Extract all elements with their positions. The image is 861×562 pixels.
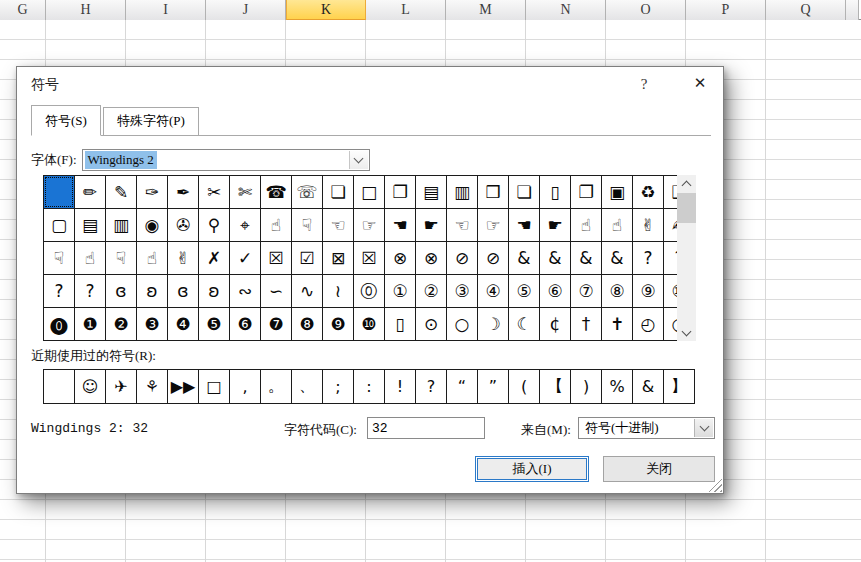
symbol-cell[interactable]: ʚ: [137, 275, 167, 307]
symbol-cell[interactable]: :: [354, 370, 384, 403]
column-header-M[interactable]: M: [446, 0, 526, 20]
symbol-cell[interactable]: ◴: [633, 308, 663, 340]
symbol-cell[interactable]: ☝: [261, 209, 291, 241]
symbol-cell[interactable]: ▯: [385, 308, 415, 340]
symbol-cell[interactable]: ❹: [168, 308, 198, 340]
symbol-cell[interactable]: ⑤: [509, 275, 539, 307]
symbol-cell[interactable]: ☞: [354, 209, 384, 241]
symbol-cell[interactable]: ☞: [478, 209, 508, 241]
symbol-cell[interactable]: ): [571, 370, 601, 403]
column-header-I[interactable]: I: [126, 0, 206, 20]
symbol-cell[interactable]: &: [509, 242, 539, 274]
symbol-cell[interactable]: ⊠: [323, 242, 353, 274]
symbol-cell[interactable]: ✗: [199, 242, 229, 274]
symbol-cell[interactable]: ◉: [137, 209, 167, 241]
symbol-cell[interactable]: ▥: [106, 209, 136, 241]
symbol-cell[interactable]: ❽: [292, 308, 322, 340]
symbol-cell[interactable]: ❸: [137, 308, 167, 340]
symbol-cell[interactable]: ⊗: [416, 242, 446, 274]
symbol-cell[interactable]: “: [447, 370, 477, 403]
column-header-G[interactable]: G: [0, 0, 46, 20]
insert-button[interactable]: 插入(I): [475, 456, 589, 482]
symbol-cell[interactable]: ⚲: [199, 209, 229, 241]
symbol-cell[interactable]: &: [602, 242, 632, 274]
symbol-cell[interactable]: ,: [230, 370, 260, 403]
close-button[interactable]: 关闭: [603, 456, 715, 482]
symbol-cell[interactable]: ☚: [385, 209, 415, 241]
help-icon[interactable]: ?: [631, 73, 657, 95]
symbol-cell[interactable]: ⑨: [633, 275, 663, 307]
symbol-cell[interactable]: ⚘: [137, 370, 167, 403]
symbol-cell[interactable]: ☽: [478, 308, 508, 340]
symbol-cell[interactable]: !: [385, 370, 415, 403]
symbol-cell[interactable]: ✝: [602, 308, 632, 340]
column-header-K[interactable]: K: [286, 0, 366, 20]
tab-symbols[interactable]: 符号(S): [31, 105, 101, 136]
symbol-cell[interactable]: ▤: [75, 209, 105, 241]
symbol-cell[interactable]: &: [540, 242, 570, 274]
symbol-cell[interactable]: ❿: [354, 308, 384, 340]
symbol-cell[interactable]: ▣: [602, 176, 632, 208]
symbol-cell[interactable]: ✂: [199, 176, 229, 208]
symbol-cell[interactable]: ✇: [168, 209, 198, 241]
symbol-cell[interactable]: ⓪: [354, 275, 384, 307]
column-header-H[interactable]: H: [46, 0, 126, 20]
symbol-cell[interactable]: ☒: [354, 242, 384, 274]
symbol-cell[interactable]: ☟: [292, 209, 322, 241]
symbol-cell[interactable]: ⊗: [385, 242, 415, 274]
symbol-cell[interactable]: ❐: [571, 176, 601, 208]
symbol-cell[interactable]: ☑: [292, 242, 322, 274]
symbol-cell[interactable]: ɞ: [168, 275, 198, 307]
symbol-cell[interactable]: ∽: [261, 275, 291, 307]
symbol-cell[interactable]: ☛: [416, 209, 446, 241]
symbol-cell[interactable]: ○: [447, 308, 477, 340]
symbol-cell[interactable]: ☛: [540, 209, 570, 241]
symbol-cell[interactable]: ☟: [44, 242, 74, 274]
column-header-O[interactable]: O: [606, 0, 686, 20]
symbol-cell[interactable]: [44, 370, 74, 403]
symbol-cell[interactable]: ?: [633, 242, 663, 274]
symbol-cell[interactable]: ☏: [292, 176, 322, 208]
symbol-cell[interactable]: 。: [261, 370, 291, 403]
symbol-cell[interactable]: ∾: [230, 275, 260, 307]
symbol-cell[interactable]: ❏: [323, 176, 353, 208]
symbol-cell[interactable]: ▥: [447, 176, 477, 208]
column-header-L[interactable]: L: [366, 0, 446, 20]
symbol-cell[interactable]: ✏: [75, 176, 105, 208]
symbol-cell[interactable]: 】: [664, 370, 694, 403]
symbol-cell[interactable]: ②: [416, 275, 446, 307]
symbol-cell[interactable]: ⊙: [416, 308, 446, 340]
symbol-cell[interactable]: ❼: [261, 308, 291, 340]
symbol-cell[interactable]: ▢: [44, 209, 74, 241]
tab-special-characters[interactable]: 特殊字符(P): [103, 107, 199, 135]
symbol-cell[interactable]: ≀: [323, 275, 353, 307]
symbol-cell[interactable]: ☚: [509, 209, 539, 241]
resize-grip-icon[interactable]: [708, 478, 722, 492]
symbol-cell[interactable]: ❺: [199, 308, 229, 340]
symbol-cell[interactable]: 、: [292, 370, 322, 403]
close-icon[interactable]: ✕: [681, 71, 719, 95]
symbol-cell[interactable]: ☾: [509, 308, 539, 340]
symbol-cell[interactable]: ⑧: [602, 275, 632, 307]
symbol-cell[interactable]: ☎: [261, 176, 291, 208]
symbol-cell[interactable]: ✌: [633, 209, 663, 241]
symbol-cell[interactable]: ☝: [602, 209, 632, 241]
symbol-cell[interactable]: ✑: [137, 176, 167, 208]
symbol-cell[interactable]: ?: [416, 370, 446, 403]
column-header-P[interactable]: P: [686, 0, 766, 20]
symbol-cell[interactable]: ☝: [571, 209, 601, 241]
symbol-cell[interactable]: ☝: [137, 242, 167, 274]
scrollbar-thumb[interactable]: [677, 193, 696, 223]
symbol-cell[interactable]: ✓: [230, 242, 260, 274]
symbol-cell[interactable]: ❒: [478, 176, 508, 208]
symbol-cell[interactable]: ;: [323, 370, 353, 403]
symbol-cell[interactable]: ⑦: [571, 275, 601, 307]
symbol-cell[interactable]: %: [602, 370, 632, 403]
symbol-cell[interactable]: ▤: [416, 176, 446, 208]
symbol-cell[interactable]: ☺: [75, 370, 105, 403]
symbol-cell[interactable]: &: [633, 370, 663, 403]
symbol-cell[interactable]: ③: [447, 275, 477, 307]
symbol-cell[interactable]: ?: [75, 275, 105, 307]
symbol-cell[interactable]: (: [509, 370, 539, 403]
symbol-cell[interactable]: ⊘: [478, 242, 508, 274]
